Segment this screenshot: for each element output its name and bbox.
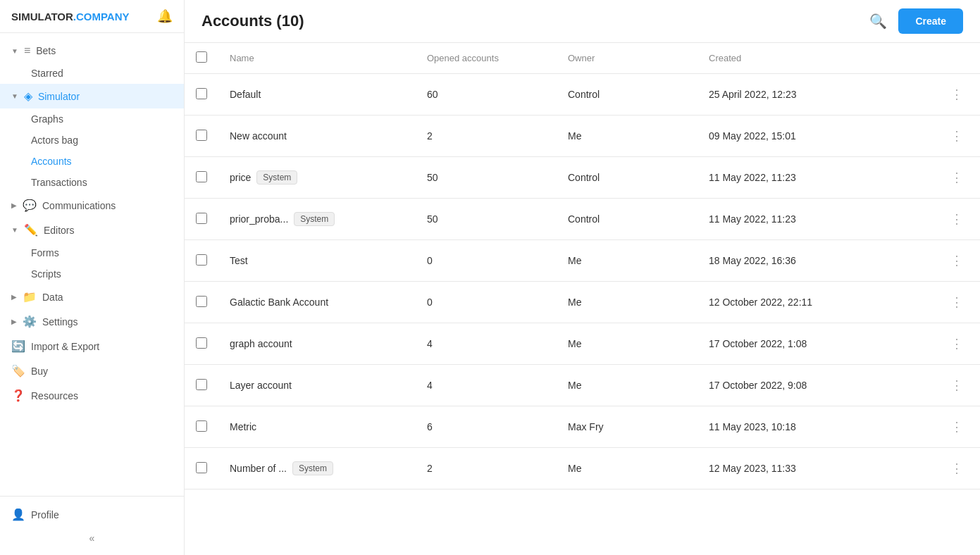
row-more-button[interactable]: ⋮ — [945, 208, 969, 230]
row-opened-accounts: 2 — [416, 116, 557, 157]
row-created: 17 October 2022, 9:08 — [697, 365, 904, 406]
table-row: priceSystem50Control11 May 2022, 11:23⋮ — [185, 157, 980, 199]
table-row: Test0Me18 May 2022, 16:36⋮ — [185, 240, 980, 282]
row-checkbox[interactable] — [196, 213, 207, 224]
sidebar-item-buy[interactable]: 🏷️ Buy — [0, 358, 184, 383]
logo: SIMULATOR.COMPANY — [11, 11, 130, 23]
sidebar-item-label: Communications — [42, 200, 116, 211]
row-more-button[interactable]: ⋮ — [945, 250, 969, 271]
row-name: prior_proba...System — [218, 199, 416, 240]
table-row: Default60Control25 April 2022, 12:23⋮ — [185, 74, 980, 116]
chevron-right-icon: ▶ — [11, 201, 17, 209]
row-actions: ⋮ — [904, 199, 980, 240]
row-more-button[interactable]: ⋮ — [945, 84, 969, 105]
row-name: Test — [218, 240, 416, 282]
sidebar-item-label: Starred — [31, 68, 63, 79]
row-checkbox[interactable] — [196, 254, 207, 266]
row-name: priceSystem — [218, 157, 416, 199]
system-tag: System — [292, 461, 333, 475]
sidebar-item-label: Editors — [44, 225, 75, 236]
row-name: Layer account — [218, 365, 416, 406]
sidebar-nav: ▼ ≡ Bets Starred ▼ ◈ Simulator Graphs Ac… — [0, 33, 184, 496]
row-actions: ⋮ — [904, 116, 980, 157]
select-all-checkbox[interactable] — [196, 51, 207, 63]
sidebar-item-profile[interactable]: 👤 Profile — [0, 502, 184, 527]
sidebar-item-simulator[interactable]: ▼ ◈ Simulator — [0, 84, 184, 108]
row-more-button[interactable]: ⋮ — [945, 416, 969, 437]
row-name: New account — [218, 116, 416, 157]
chevron-down-icon: ▼ — [11, 226, 18, 234]
bell-icon[interactable]: 🔔 — [157, 8, 173, 24]
row-checkbox[interactable] — [196, 420, 207, 432]
row-checkbox[interactable] — [196, 337, 207, 349]
row-checkbox-cell — [185, 282, 218, 323]
collapse-icon: « — [89, 532, 95, 544]
settings-icon: ⚙️ — [23, 315, 37, 328]
row-owner: Max Fry — [557, 406, 697, 448]
row-checkbox[interactable] — [196, 130, 207, 141]
row-name: Number of ...System — [218, 448, 416, 489]
accounts-table-container: Name Opened accounts Owner Created Defau… — [185, 43, 980, 555]
create-button[interactable]: Create — [898, 8, 963, 34]
row-owner: Me — [557, 448, 697, 489]
row-actions: ⋮ — [904, 282, 980, 323]
page-header: Accounts (10) 🔍 Create — [185, 0, 980, 43]
sidebar-item-label: Forms — [31, 247, 59, 258]
sidebar-item-graphs[interactable]: Graphs — [0, 108, 184, 130]
sidebar-item-label: Scripts — [31, 268, 61, 280]
row-more-button[interactable]: ⋮ — [945, 125, 969, 146]
table-row: New account2Me09 May 2022, 15:01⋮ — [185, 116, 980, 157]
sidebar-item-editors[interactable]: ▼ ✏️ Editors — [0, 218, 184, 242]
row-opened-accounts: 50 — [416, 199, 557, 240]
row-checkbox-cell — [185, 199, 218, 240]
row-more-button[interactable]: ⋮ — [945, 375, 969, 396]
sidebar-item-bets[interactable]: ▼ ≡ Bets — [0, 39, 184, 63]
sidebar-item-communications[interactable]: ▶ 💬 Communications — [0, 193, 184, 218]
row-checkbox[interactable] — [196, 462, 207, 473]
communications-icon: 💬 — [23, 199, 37, 212]
column-actions — [904, 43, 980, 74]
row-checkbox[interactable] — [196, 379, 207, 390]
sidebar-collapse-button[interactable]: « — [0, 527, 184, 549]
table-row: Metric6Max Fry11 May 2023, 10:18⋮ — [185, 406, 980, 448]
sidebar-item-actors-bag[interactable]: Actors bag — [0, 130, 184, 151]
sidebar-item-accounts[interactable]: Accounts — [0, 151, 184, 172]
sidebar-item-label: Import & Export — [31, 341, 99, 352]
sidebar-item-label: Graphs — [31, 113, 63, 125]
chevron-right-icon: ▶ — [11, 293, 17, 301]
row-checkbox-cell — [185, 406, 218, 448]
table-row: Layer account4Me17 October 2022, 9:08⋮ — [185, 365, 980, 406]
sidebar-item-settings[interactable]: ▶ ⚙️ Settings — [0, 309, 184, 334]
system-tag: System — [294, 212, 335, 226]
row-owner: Me — [557, 240, 697, 282]
row-created: 25 April 2022, 12:23 — [697, 74, 904, 116]
sidebar-item-transactions[interactable]: Transactions — [0, 172, 184, 193]
row-more-button[interactable]: ⋮ — [945, 458, 969, 479]
row-created: 12 May 2023, 11:33 — [697, 448, 904, 489]
row-checkbox[interactable] — [196, 296, 207, 307]
sidebar-item-scripts[interactable]: Scripts — [0, 263, 184, 285]
row-more-button[interactable]: ⋮ — [945, 167, 969, 188]
editors-icon: ✏️ — [24, 223, 38, 237]
row-checkbox-cell — [185, 323, 218, 365]
sidebar-item-starred[interactable]: Starred — [0, 63, 184, 84]
row-owner: Me — [557, 116, 697, 157]
sidebar-item-forms[interactable]: Forms — [0, 242, 184, 263]
row-more-button[interactable]: ⋮ — [945, 333, 969, 354]
sidebar-item-resources[interactable]: ❓ Resources — [0, 383, 184, 408]
row-created: 17 October 2022, 1:08 — [697, 323, 904, 365]
search-icon[interactable]: 🔍 — [869, 13, 887, 30]
row-checkbox[interactable] — [196, 171, 207, 182]
sidebar: SIMULATOR.COMPANY 🔔 ▼ ≡ Bets Starred ▼ ◈… — [0, 0, 185, 555]
row-checkbox[interactable] — [196, 88, 207, 99]
row-more-button[interactable]: ⋮ — [945, 292, 969, 313]
table-row: Galactic Bank Account0Me12 October 2022,… — [185, 282, 980, 323]
row-checkbox-cell — [185, 116, 218, 157]
row-actions: ⋮ — [904, 448, 980, 489]
row-opened-accounts: 4 — [416, 323, 557, 365]
sidebar-item-data[interactable]: ▶ 📁 Data — [0, 285, 184, 309]
row-checkbox-cell — [185, 157, 218, 199]
table-row: graph account4Me17 October 2022, 1:08⋮ — [185, 323, 980, 365]
row-opened-accounts: 50 — [416, 157, 557, 199]
sidebar-item-import-export[interactable]: 🔄 Import & Export — [0, 334, 184, 358]
